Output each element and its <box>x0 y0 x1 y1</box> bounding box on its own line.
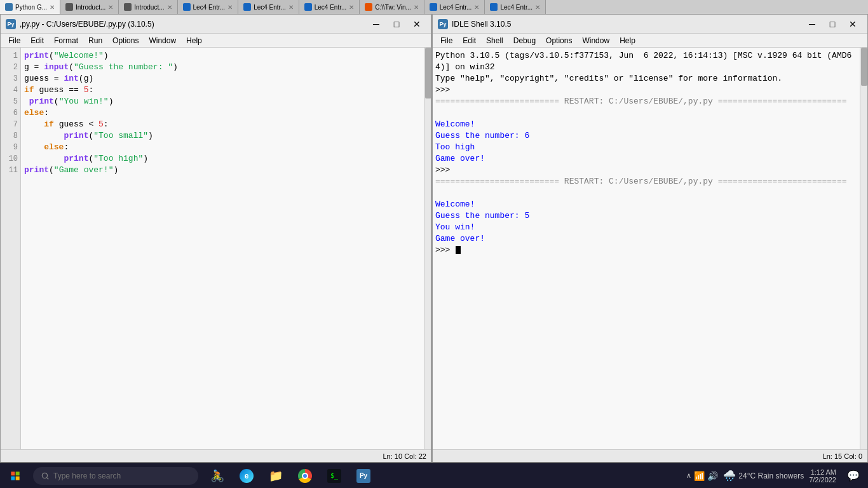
shell-menu-options[interactable]: Options <box>541 35 577 46</box>
shell-menu-bar: File Edit Shell Debug Options Window Hel… <box>433 34 867 48</box>
taskbar-icon-cycling[interactable]: 🚴 <box>205 463 230 489</box>
prompt3: >>> <box>435 245 455 255</box>
tab-close7[interactable]: ✕ <box>474 4 479 11</box>
line-num-1: 1 <box>1 50 20 62</box>
tab-label1: Introduct... <box>76 4 105 11</box>
editor-status-bar: Ln: 10 Col: 22 <box>1 449 431 462</box>
shell-scrollbar[interactable] <box>860 48 867 449</box>
tab-close2[interactable]: ✕ <box>167 4 172 11</box>
shell-maximize-button[interactable]: □ <box>823 17 842 31</box>
svg-point-4 <box>42 473 47 478</box>
tab-close6[interactable]: ✕ <box>414 4 419 11</box>
tab-close1[interactable]: ✕ <box>108 4 113 11</box>
tab-lec5[interactable]: Lec4 Entr... ✕ <box>485 0 546 14</box>
wifi-icon: 📶 <box>694 471 705 481</box>
shell-scroll-thumb[interactable] <box>861 48 867 86</box>
editor-menu-run[interactable]: Run <box>83 35 107 46</box>
line-num-8: 8 <box>1 130 20 142</box>
editor-minimize-button[interactable]: ─ <box>367 17 386 31</box>
shell-close-button[interactable]: ✕ <box>843 17 862 31</box>
editor-status: Ln: 10 Col: 22 <box>383 452 427 460</box>
cycling-icon: 🚴 <box>210 469 224 483</box>
tab-lec3[interactable]: Lec4 Entr... ✕ <box>299 0 360 14</box>
tab-lec2[interactable]: Lec4 Entr... ✕ <box>238 0 299 14</box>
tab-close4[interactable]: ✕ <box>288 4 294 11</box>
editor-maximize-button[interactable]: □ <box>387 17 406 31</box>
chrome-icon <box>298 469 312 483</box>
start-button[interactable] <box>0 463 31 489</box>
shell-menu-help[interactable]: Help <box>614 35 641 46</box>
editor-menu-format[interactable]: Format <box>49 35 83 46</box>
tab-label8: Lec4 Entr... <box>500 4 532 11</box>
restart-separator-1: ========================= RESTART: C:/Us… <box>435 97 847 106</box>
taskbar-icon-edge[interactable]: e <box>234 463 259 489</box>
svg-rect-1 <box>16 471 20 475</box>
terminal-icon: $_ <box>327 469 341 483</box>
editor-menu-help[interactable]: Help <box>181 35 207 46</box>
tab-label4: Lec4 Entr... <box>254 4 286 11</box>
system-tray: ∧ 📶 🔊 <box>686 471 718 481</box>
run2-result: You win! <box>435 222 475 232</box>
svg-rect-0 <box>11 471 15 475</box>
notification-center-button[interactable]: 💬 <box>844 463 863 489</box>
taskbar-icon-terminal[interactable]: $_ <box>322 463 347 489</box>
tab-close3[interactable]: ✕ <box>227 4 233 11</box>
window-splitter[interactable] <box>431 14 432 463</box>
cursor <box>456 246 461 254</box>
editor-menu-window[interactable]: Window <box>144 35 181 46</box>
code-editor[interactable]: print("Welcome!") g = input("Guess the n… <box>22 48 431 449</box>
shell-menu-edit[interactable]: Edit <box>458 35 481 46</box>
run1-gameover: Game over! <box>435 154 485 163</box>
python-icon <box>5 3 13 11</box>
prompt1: >>> <box>435 85 455 95</box>
system-clock[interactable]: 1:12 AM 7/2/2022 <box>809 468 836 484</box>
taskbar-icon-python[interactable]: Py <box>351 463 376 489</box>
windows-logo-icon <box>10 471 20 481</box>
tab-intro1[interactable]: Introduct... ✕ <box>60 0 119 14</box>
shell-status-bar: Ln: 15 Col: 0 <box>433 449 867 462</box>
editor-menu-file[interactable]: File <box>3 35 25 46</box>
shell-menu-shell[interactable]: Shell <box>481 35 508 46</box>
tab-python[interactable]: Python G... ✕ <box>0 0 60 14</box>
line-num-10: 10 <box>1 153 20 165</box>
shell-window: Py IDLE Shell 3.10.5 ─ □ ✕ File Edit She… <box>432 14 868 463</box>
editor-close-button[interactable]: ✕ <box>407 17 426 31</box>
tab-label: Python G... <box>15 4 47 11</box>
tab-ctw[interactable]: C:\\Tw: Vin... ✕ <box>360 0 424 14</box>
tab-close8[interactable]: ✕ <box>535 4 540 11</box>
tab-close5[interactable]: ✕ <box>349 4 354 11</box>
taskbar-icon-chrome[interactable] <box>292 463 318 489</box>
shell-minimize-button[interactable]: ─ <box>803 17 822 31</box>
chevron-up-icon[interactable]: ∧ <box>686 471 691 480</box>
taskbar-search-input[interactable] <box>53 471 180 480</box>
line-num-4: 4 <box>1 85 20 96</box>
line-num-11: 11 <box>1 165 20 176</box>
editor-content[interactable]: 1 2 3 4 5 6 7 8 9 10 11 print("Welcome!"… <box>1 48 431 449</box>
taskbar-icon-explorer[interactable]: 📁 <box>263 463 288 489</box>
tab-icon3 <box>183 3 191 11</box>
editor-menu-options[interactable]: Options <box>107 35 144 46</box>
shell-menu-debug[interactable]: Debug <box>508 35 541 46</box>
python-taskbar-icon: Py <box>356 469 370 483</box>
run1-result: Too high <box>435 142 475 152</box>
line-num-7: 7 <box>1 119 20 130</box>
shell-status: Ln: 15 Col: 0 <box>823 452 862 460</box>
taskbar-search-box[interactable] <box>33 467 198 485</box>
tab-label5: Lec4 Entr... <box>315 4 347 11</box>
tab-lec1[interactable]: Lec4 Entr... ✕ <box>178 0 239 14</box>
editor-menu-edit[interactable]: Edit <box>25 35 49 46</box>
line-num-3: 3 <box>1 73 20 85</box>
shell-content[interactable]: Python 3.10.5 (tags/v3.10.5:f377153, Jun… <box>433 48 867 449</box>
weather-widget[interactable]: 🌧️ 24°C Rain showers <box>723 470 804 482</box>
tab-icon5 <box>304 3 312 11</box>
tab-intro2[interactable]: Introduct... ✕ <box>119 0 177 14</box>
shell-output[interactable]: Python 3.10.5 (tags/v3.10.5:f377153, Jun… <box>433 48 860 449</box>
tab-close[interactable]: ✕ <box>50 4 55 11</box>
line-numbers: 1 2 3 4 5 6 7 8 9 10 11 <box>1 48 21 449</box>
taskbar: 🚴 e 📁 $_ Py <box>0 463 868 488</box>
svg-rect-3 <box>16 476 20 480</box>
tabs-bar: Python G... ✕ Introduct... ✕ Introduct..… <box>0 0 868 14</box>
shell-menu-window[interactable]: Window <box>577 35 614 46</box>
tab-lec4[interactable]: Lec4 Entr... ✕ <box>424 0 485 14</box>
shell-menu-file[interactable]: File <box>435 35 458 46</box>
